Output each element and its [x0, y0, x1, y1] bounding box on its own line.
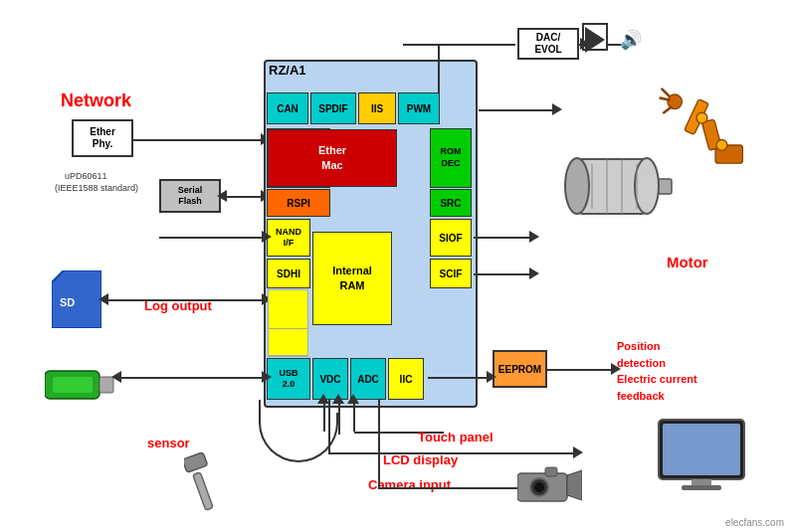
pwm-cell: PWM — [398, 92, 440, 124]
line-flash-rspi — [221, 196, 265, 198]
line-scif-right — [474, 273, 533, 275]
line-camera-h — [378, 487, 517, 489]
svg-rect-4 — [53, 377, 93, 393]
touchpanel-label: Touch panel — [418, 430, 494, 444]
arrow-siof-right — [529, 231, 539, 243]
dac-evol-label: DAC/ EVOL — [534, 32, 561, 56]
line-amp-speaker — [607, 44, 621, 46]
serial-flash-label: Serial Flash — [178, 185, 203, 207]
svg-rect-30 — [545, 467, 557, 476]
vline-touch-3 — [353, 400, 355, 432]
arrow-touch-up-3 — [347, 394, 359, 404]
lcd-label: LCD display — [383, 452, 458, 467]
svg-rect-31 — [193, 472, 214, 510]
vline-sensor-right — [338, 413, 340, 435]
iic-cell: IIC — [388, 358, 424, 400]
ether-phy-label: Ether Phy. — [90, 126, 115, 150]
motor-label: Motor — [667, 254, 708, 270]
svg-marker-27 — [567, 470, 582, 500]
usb-drive-icon — [45, 363, 114, 410]
spdif-cell: SPDIF — [310, 92, 356, 124]
arrow-usb-left — [111, 371, 121, 383]
svg-rect-25 — [682, 485, 721, 490]
network-label: Network — [61, 90, 131, 111]
sensor-arc — [259, 413, 338, 462]
arrow-sd-left — [99, 293, 108, 305]
nand-cell: NAND I/F — [267, 219, 310, 257]
can-cell: CAN — [267, 92, 308, 124]
arrow-scif-right — [529, 267, 539, 279]
upd-label: uPD60611 (IEEE1588 standard) — [55, 157, 138, 207]
line-ether — [133, 139, 266, 141]
svg-line-18 — [661, 97, 670, 99]
sdhi-lower-fill — [268, 328, 308, 356]
arrow-nand-right — [262, 231, 272, 243]
eeprom-box: EEPROM — [493, 350, 547, 388]
arrow-touch-up-2 — [332, 394, 344, 404]
position-detection-label: Position detection Electric current feed… — [617, 338, 697, 404]
svg-point-21 — [696, 112, 707, 123]
line-iis-dac-v — [438, 44, 440, 93]
line-nand-left — [159, 237, 266, 239]
intram-cell: Internal RAM — [312, 232, 392, 325]
sensor-tool-icon — [184, 447, 219, 514]
svg-point-20 — [716, 139, 727, 150]
camera-icon — [517, 465, 582, 507]
scif-cell: SCIF — [430, 259, 472, 288]
arrow-iic-eeprom — [487, 371, 496, 383]
svg-rect-23 — [663, 424, 740, 475]
diagram-container: elecfans.com DAC/ EVOL 🔊 Network Ether P… — [0, 0, 790, 532]
svg-point-7 — [565, 158, 589, 214]
siof-cell: SIOF — [430, 219, 472, 257]
arrow-lcd-right — [573, 446, 583, 458]
speaker-icon: 🔊 — [619, 28, 643, 52]
line-iis-dac-h — [403, 44, 441, 46]
vline-camera — [378, 400, 380, 489]
arrow-pwm-motor — [552, 103, 562, 115]
line-dac-amp — [579, 44, 585, 46]
arrow-eeprom-pos — [611, 363, 621, 375]
watermark: elecfans.com — [725, 517, 784, 528]
svg-line-19 — [664, 106, 671, 111]
romdec-cell: ROM DEC — [430, 128, 472, 188]
eeprom-label: EEPROM — [498, 364, 541, 375]
line-siof-right — [474, 237, 533, 239]
line-usb-cell — [115, 377, 266, 379]
line-eeprom-pos — [547, 369, 615, 371]
svg-line-17 — [662, 89, 669, 95]
arrow-usb-right — [262, 371, 272, 383]
camera-label: Camera input — [368, 477, 451, 492]
robot-arm-icon — [657, 80, 756, 169]
ethermac-label-overlay: Ether Mac — [269, 130, 396, 186]
sd-card-icon: SD — [52, 270, 101, 330]
svg-text:SD: SD — [60, 296, 75, 308]
dac-evol-box: DAC/ EVOL — [517, 28, 579, 60]
svg-point-8 — [635, 158, 659, 214]
svg-point-29 — [534, 482, 544, 492]
vline-sensor-left — [259, 400, 261, 415]
line-pwm-motor — [479, 109, 556, 111]
rspi-cell: RSPI — [267, 189, 330, 217]
usb-cell: USB 2.0 — [267, 358, 310, 400]
amp-triangle — [585, 27, 605, 53]
svg-rect-32 — [184, 452, 208, 473]
arrow-flash-left — [217, 190, 227, 202]
line-iic-eeprom — [428, 377, 491, 379]
chip-row-1: CAN SPDIF IIS PWM — [267, 92, 440, 124]
monitor-icon — [657, 418, 756, 492]
iis-cell: IIS — [358, 92, 396, 124]
sdhi-cell: SDHI — [267, 259, 310, 288]
ether-phy-box: Ether Phy. — [72, 119, 133, 157]
serial-flash-box: Serial Flash — [159, 179, 221, 213]
src-cell: SRC — [430, 189, 472, 217]
rza1-title: RZ/A1 — [269, 63, 306, 78]
log-output-label: Log output — [144, 298, 212, 313]
dac-line-h — [438, 44, 515, 46]
